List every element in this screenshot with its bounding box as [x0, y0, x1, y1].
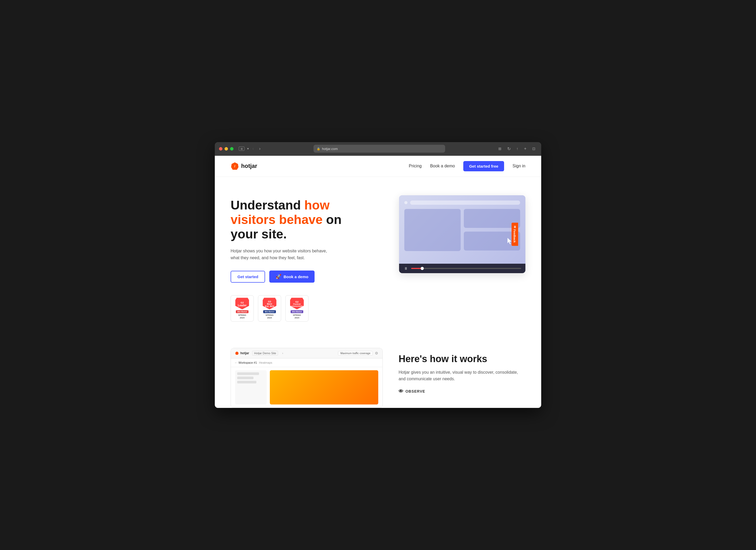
section-subtitle: Hotjar gives you an intuitive, visual wa…: [399, 369, 525, 382]
lock-icon: 🔒: [317, 147, 320, 151]
browser-window: ⊞ ▾ ‹ › 🔒 hotjar.com ⊞ ↻ ↑ + ⊡: [215, 142, 541, 408]
mockup-options[interactable]: ⚙: [375, 351, 378, 355]
video-content-grid: [404, 209, 520, 251]
browser-actions: ⊞ ↻ ↑ + ⊡: [497, 145, 537, 152]
nav-links: Pricing Book a demo Get started free Sig…: [409, 161, 525, 171]
hero-buttons: Get started 🚀 Book a demo: [231, 271, 367, 283]
logo-icon: /: [231, 162, 239, 170]
badge1-season: SPRING2024: [238, 314, 246, 319]
progress-thumb: [421, 267, 424, 270]
svg-marker-2: [508, 238, 511, 244]
badge2-season: SPRING2024: [266, 314, 274, 319]
share-icon[interactable]: ↑: [515, 146, 520, 152]
nav-book-demo[interactable]: Book a demo: [430, 164, 455, 168]
badge3-title: FastestImplementation: [289, 303, 305, 308]
forward-button[interactable]: ›: [257, 145, 262, 152]
video-dot-1: [404, 201, 407, 204]
hero-subtitle: Hotjar shows you how your website visito…: [231, 248, 336, 261]
g2-badges: G2 Leader Mid-Market SPRING2024 G2 BestE…: [231, 295, 367, 322]
back-button[interactable]: ‹: [251, 145, 255, 152]
url-text: hotjar.com: [322, 147, 338, 151]
eye-icon: 👁: [399, 389, 403, 394]
observe-label: OBSERVE: [405, 389, 425, 393]
address-bar[interactable]: 🔒 hotjar.com: [314, 145, 445, 153]
progress-bar[interactable]: [411, 268, 521, 269]
hero-left: Understand howvisitors behave onyour sit…: [231, 193, 367, 322]
badge1-title: Leader: [238, 304, 247, 307]
navbar: / hotjar Pricing Book a demo Get started…: [215, 156, 541, 177]
hero-title-part1: Understand: [231, 198, 304, 212]
mockup-back-arrow: ←: [235, 361, 237, 364]
second-left: hotjar Hotjar Demo Site › Maximum traffi…: [231, 348, 383, 408]
new-tab-icon[interactable]: +: [523, 145, 528, 152]
badge3-season: SPRING2024: [293, 314, 301, 319]
second-section: hotjar Hotjar Demo Site › Maximum traffi…: [215, 332, 541, 408]
browser-titlebar: ⊞ ▾ ‹ › 🔒 hotjar.com ⊞ ↻ ↑ + ⊡: [215, 142, 541, 156]
observe-badge: 👁 OBSERVE: [399, 389, 525, 394]
video-block-left: [404, 209, 461, 251]
logo[interactable]: / hotjar: [231, 162, 257, 170]
rocket-icon: 🚀: [276, 274, 281, 279]
mockup-coverage[interactable]: Maximum traffic coverage: [338, 351, 373, 356]
mockup-workspace: Workspace #1: [238, 361, 257, 364]
screenshot-mockup: hotjar Hotjar Demo Site › Maximum traffi…: [231, 348, 383, 408]
mockup-logo-text: hotjar: [240, 351, 249, 355]
translate-icon[interactable]: ⊞: [497, 146, 503, 152]
second-right: Here's how it works Hotjar gives you an …: [399, 348, 525, 394]
mockup-sidebar: [235, 370, 267, 404]
page-content: / hotjar Pricing Book a demo Get started…: [215, 156, 541, 408]
badge-best-roi: G2 BestEst. ROI Mid-Market SPRING2024: [258, 295, 281, 322]
svg-marker-3: [235, 352, 238, 355]
mockup-chevron: ›: [282, 352, 283, 355]
sidebar-item-3: [237, 381, 256, 383]
video-url-bar: [410, 201, 520, 205]
badge1-g2: G2: [241, 301, 244, 304]
book-demo-button[interactable]: 🚀 Book a demo: [269, 271, 315, 283]
feedback-icon: ✉: [513, 226, 517, 228]
book-demo-label: Book a demo: [283, 274, 308, 279]
minimize-button[interactable]: [225, 147, 228, 151]
refresh-icon[interactable]: ↻: [506, 145, 512, 152]
hero-right: ⏸ ✉ Feedback: [378, 193, 525, 273]
mockup-logo: hotjar: [235, 351, 249, 355]
get-started-button[interactable]: Get started: [231, 271, 265, 283]
browser-controls: ⊞ ▾ ‹ ›: [239, 145, 262, 152]
mockup-header: hotjar Hotjar Demo Site › Maximum traffi…: [231, 348, 382, 358]
get-started-free-button[interactable]: Get started free: [463, 161, 504, 171]
feedback-label: Feedback: [513, 229, 516, 243]
sidebar-item-1: [237, 372, 259, 375]
badge2-title: BestEst. ROI: [265, 303, 274, 308]
badge-leader: G2 Leader Mid-Market SPRING2024: [231, 295, 254, 322]
video-controls: ⏸: [399, 264, 525, 273]
sidebar-toggle-icon[interactable]: ⊞: [239, 147, 245, 151]
sidebar-item-2: [237, 377, 253, 379]
close-button[interactable]: [219, 147, 222, 151]
mockup-nav-item: Heatmaps: [259, 361, 272, 364]
logo-text: hotjar: [241, 163, 257, 169]
badge1-subtitle: Mid-Market: [236, 310, 249, 313]
mockup-heatmap: [270, 370, 378, 404]
mockup-site: Hotjar Demo Site: [252, 351, 278, 356]
feedback-tab[interactable]: ✉ Feedback: [512, 223, 518, 246]
mockup-actions: Maximum traffic coverage ⚙: [338, 351, 378, 356]
section-title: Here's how it works: [399, 353, 525, 364]
tabs-overview-icon[interactable]: ⊡: [531, 146, 537, 152]
badge2-subtitle: Mid-Market: [263, 310, 276, 313]
traffic-lights: [219, 147, 233, 151]
video-preview: ⏸ ✉ Feedback: [399, 195, 525, 273]
badge-fastest: G2 FastestImplementation Mid-Market SPRI…: [285, 295, 309, 322]
video-screen: [399, 195, 525, 264]
video-browser-bar: [404, 201, 520, 205]
hero-section: Understand howvisitors behave onyour sit…: [215, 177, 541, 332]
hero-title: Understand howvisitors behave onyour sit…: [231, 198, 367, 242]
nav-pricing[interactable]: Pricing: [409, 164, 422, 168]
badge3-subtitle: Mid-Market: [291, 310, 304, 313]
maximize-button[interactable]: [230, 147, 233, 151]
sign-in-button[interactable]: Sign in: [513, 164, 525, 168]
mockup-body: [231, 367, 382, 408]
pause-icon[interactable]: ⏸: [403, 266, 409, 271]
